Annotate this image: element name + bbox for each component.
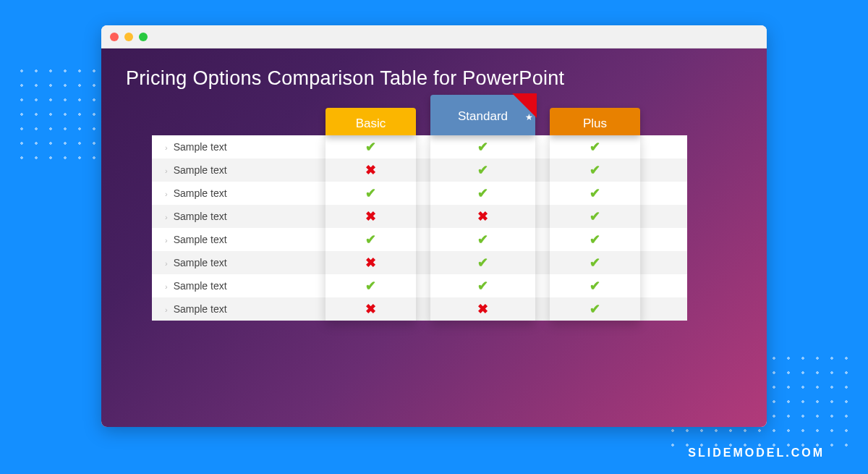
col-gap [416,228,430,251]
minimize-icon[interactable] [124,33,133,41]
plan-label: Plus [583,117,607,130]
chevron-icon: › [165,282,168,291]
row-text: Sample text [174,164,227,176]
col-gap [535,135,550,158]
chevron-icon: › [165,213,168,221]
col-gap [416,205,430,228]
chevron-icon: › [165,259,168,268]
col-gap [535,251,550,274]
column-bg-standard [430,135,535,321]
plan-label: Standard [458,109,508,123]
window-titlebar [101,25,767,48]
row-text: Sample text [174,211,227,222]
col-gap [416,158,430,182]
col-gap [535,228,550,251]
col-gap [416,135,430,158]
col-gap [416,182,430,205]
chevron-icon: › [165,236,168,245]
row-label: ›Sample text [152,135,326,158]
column-bg-basic [326,135,416,321]
row-text: Sample text [174,257,227,268]
brand-watermark: SLIDEMODEL.COM [688,447,825,460]
row-text: Sample text [174,187,227,199]
plan-header-basic: Basic [326,108,416,135]
row-label: ›Sample text [152,251,326,274]
browser-window: Pricing Options Comparison Table for Pow… [101,25,767,427]
maximize-icon[interactable] [139,33,148,41]
chevron-icon: › [165,190,168,198]
chevron-icon: › [165,305,168,314]
close-icon[interactable] [110,33,119,41]
row-text: Sample text [174,303,227,315]
plan-label: Basic [356,117,386,130]
col-gap [535,274,550,297]
col-gap [416,297,430,321]
col-gap [535,297,550,321]
star-icon: ★ [525,96,533,139]
col-gap [416,251,430,274]
row-label: ›Sample text [152,297,326,321]
pricing-table: Basic Standard ★ Plus ›Sample text✔✔✔›Sa… [152,135,687,321]
row-text: Sample text [174,234,227,245]
chevron-icon: › [165,166,168,175]
row-label: ›Sample text [152,158,326,182]
slide-title: Pricing Options Comparison Table for Pow… [126,67,742,90]
row-label: ›Sample text [152,274,326,297]
chevron-icon: › [165,143,168,152]
col-gap [535,205,550,228]
plan-header-standard: Standard ★ [430,95,535,135]
row-text: Sample text [174,280,227,292]
slide-canvas: Pricing Options Comparison Table for Pow… [101,48,767,427]
col-gap [535,182,550,205]
row-label: ›Sample text [152,228,326,251]
column-bg-plus [550,135,640,321]
plan-header-plus: Plus [550,108,640,135]
row-label: ›Sample text [152,182,326,205]
row-text: Sample text [174,141,227,153]
col-gap [416,274,430,297]
featured-ribbon [512,93,537,118]
row-label: ›Sample text [152,205,326,228]
col-gap [535,158,550,182]
